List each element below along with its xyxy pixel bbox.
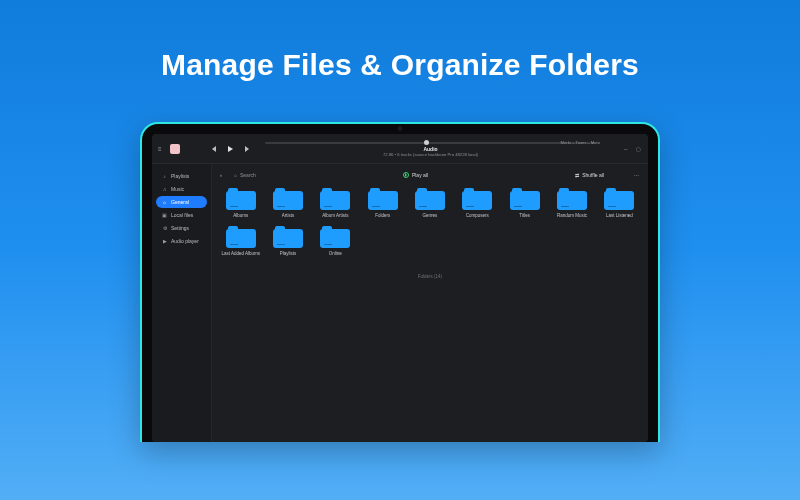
folder-item[interactable]: Titles [504,188,545,218]
search-label: Search [240,172,256,178]
seek-bar[interactable] [265,142,596,144]
sidebar-item-label: Music [171,186,184,192]
more-icon[interactable]: ⋯ [634,172,640,178]
general-icon: ⌕ [162,200,167,205]
sidebar-item-local-files[interactable]: ▣ Local files [156,209,207,221]
sidebar: ♪ Playlists ♫ Music ⌕ General ▣ Local fi… [152,164,212,442]
local-files-icon: ▣ [162,213,167,218]
folder-item[interactable]: Last Added Albums [220,226,261,256]
folder-item[interactable]: Random Music [551,188,592,218]
folder-item[interactable]: Playlists [267,226,308,256]
play-all-icon [403,172,409,178]
sidebar-item-label: Local files [171,212,193,218]
track-subtitle: 72.96 • 6 tracks (source backbone Pro 48… [383,152,478,157]
folder-count: Folders (14) [220,256,640,279]
folder-grid-row1: AlbumsArtistsAlbum ArtistsFoldersGenresC… [220,184,640,218]
back-icon[interactable]: ‹ [220,172,222,178]
track-meta: Audio 72.96 • 6 tracks (source backbone … [383,146,478,158]
folder-icon [273,226,303,248]
folder-icon [320,226,350,248]
folder-item[interactable]: Artists [267,188,308,218]
laptop-mockup: Merlo – Tuxer – Moto Audio 72.96 • 6 tra… [140,122,660,442]
sidebar-item-label: Playlists [171,173,189,179]
search-icon: ⌕ [234,172,237,178]
folder-icon [273,188,303,210]
folder-icon [462,188,492,210]
seek-handle[interactable] [424,140,429,145]
now-playing-line: Merlo – Tuxer – Moto [560,140,600,145]
audio-player-icon: ▶ [162,239,167,244]
app-screen: Merlo – Tuxer – Moto Audio 72.96 • 6 tra… [152,134,648,442]
folder-item[interactable]: Album Artists [315,188,356,218]
sidebar-item-music[interactable]: ♫ Music [156,183,207,195]
folder-item[interactable]: Folders [362,188,403,218]
shuffle-icon: ⇄ [575,172,579,178]
folder-icon [510,188,540,210]
next-track-icon[interactable] [245,146,249,152]
folder-item[interactable]: Last Listened [599,188,640,218]
sidebar-item-general[interactable]: ⌕ General [156,196,207,208]
folder-icon [557,188,587,210]
folder-item[interactable]: Albums [220,188,261,218]
folder-item[interactable]: Composers [457,188,498,218]
content-toolbar: ‹ ⌕ Search Play all ⇄ Sh [220,168,640,184]
folder-item[interactable]: Genres [409,188,450,218]
play-all-button[interactable]: Play all [403,172,428,178]
main-pane: ‹ ⌕ Search Play all ⇄ Sh [212,164,648,442]
folder-item[interactable]: Online [315,226,356,256]
playback-controls [212,146,249,152]
folder-icon [226,226,256,248]
sidebar-item-playlists[interactable]: ♪ Playlists [156,170,207,182]
app-icon[interactable] [170,144,180,154]
page-headline: Manage Files & Organize Folders [161,48,639,82]
folder-grid-row2: Last Added AlbumsPlaylistsOnline [220,218,640,256]
minimize-icon[interactable] [624,146,630,152]
menu-icon[interactable] [158,146,164,152]
window-icon[interactable] [636,146,642,152]
folder-icon [415,188,445,210]
play-all-label: Play all [412,172,428,178]
folder-icon [320,188,350,210]
prev-track-icon[interactable] [212,146,216,152]
sidebar-item-label: Audio player [171,238,199,244]
folder-icon [368,188,398,210]
search-field[interactable]: ⌕ Search [234,172,256,178]
settings-icon: ⚙ [162,226,167,231]
folder-icon [226,188,256,210]
camera-notch [398,126,403,131]
shuffle-all-button[interactable]: ⇄ Shuffle all [575,172,604,178]
play-icon[interactable] [228,146,233,152]
playlist-icon: ♪ [162,174,167,179]
music-icon: ♫ [162,187,167,192]
sidebar-item-settings[interactable]: ⚙ Settings [156,222,207,234]
folder-icon [604,188,634,210]
sidebar-item-audio-player[interactable]: ▶ Audio player [156,235,207,247]
shuffle-all-label: Shuffle all [582,172,604,178]
player-bar: Merlo – Tuxer – Moto Audio 72.96 • 6 tra… [152,134,648,164]
sidebar-item-label: Settings [171,225,189,231]
sidebar-item-label: General [171,199,189,205]
